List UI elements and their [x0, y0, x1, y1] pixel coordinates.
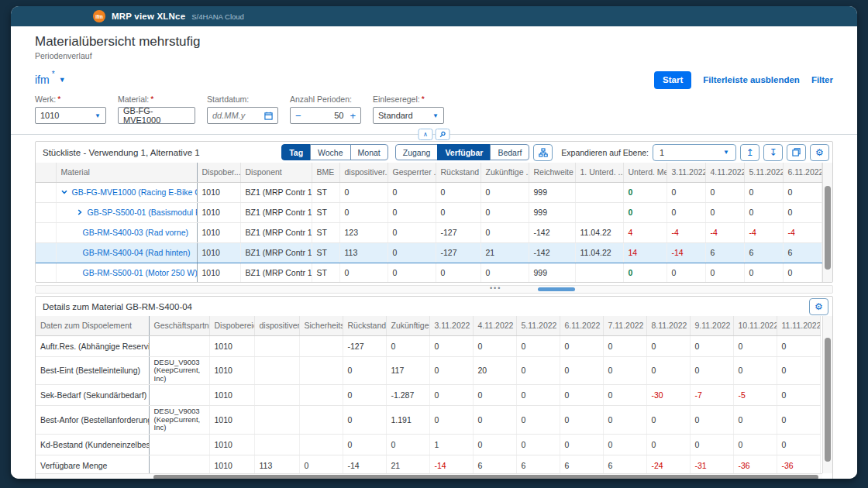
vertical-scrollbar[interactable]: [822, 163, 832, 282]
material-link[interactable]: GB-RM-S500-01 (Motor 250 W): [83, 268, 198, 277]
column-header[interactable]: [36, 163, 56, 182]
plus-icon[interactable]: +: [350, 111, 356, 121]
column-header[interactable]: Sicherheits...: [299, 316, 343, 335]
page-title: Materialübersicht mehrstufig: [35, 34, 833, 50]
bom-panel: Stückliste - Verwendung 1, Alternative 1…: [35, 141, 833, 283]
tab-zugang[interactable]: Zugang: [395, 144, 439, 160]
column-header[interactable]: 5.11.2022: [516, 316, 560, 335]
tab-woche[interactable]: Woche: [310, 144, 351, 160]
bom-table-row[interactable]: GB-RM-S400-04 (Rad hinten)1010BZ1 (MRP C…: [36, 242, 822, 263]
filter-button[interactable]: Filter: [811, 75, 833, 84]
column-header[interactable]: 8.11.2022: [646, 316, 690, 335]
column-header[interactable]: 3.11.2022: [429, 316, 473, 335]
column-header[interactable]: Rückstand: [436, 163, 480, 182]
column-header[interactable]: 7.11.2022: [603, 316, 646, 335]
column-header[interactable]: Gesperrter ...: [388, 163, 436, 182]
column-header[interactable]: 4.11.2022: [705, 163, 744, 182]
bom-table-row[interactable]: GB-SP-S500-01 (Basismodul E)1010BZ1 (MRP…: [36, 202, 822, 222]
column-header[interactable]: BME: [312, 163, 339, 182]
details-table-row[interactable]: Auftr.Res. (Abhängige Reservierung)1010-…: [36, 335, 820, 356]
horizontal-scrollbar[interactable]: [36, 473, 822, 479]
column-header[interactable]: 4.11.2022: [473, 316, 516, 335]
column-header[interactable]: Unterd. Me...: [623, 163, 666, 182]
bom-table-row[interactable]: GB-FG-MVE1000 (Racing E-Bike Carbon 23,5…: [36, 182, 822, 202]
hierarchy-icon[interactable]: [533, 144, 553, 161]
details-table-row[interactable]: Best-Anfor (Bestellanforderung)DESU_V900…: [36, 406, 820, 435]
calendar-icon[interactable]: [264, 112, 273, 120]
material-cell: GB-RM-S400-04 (Rad hinten): [56, 242, 197, 263]
bom-table-row[interactable]: GB-RM-S400-03 (Rad vorne)1010BZ1 (MRP Co…: [36, 222, 822, 242]
cell: [575, 263, 623, 283]
cell: 123: [339, 222, 388, 242]
column-header[interactable]: 1. Unterd. ...: [575, 163, 623, 182]
material-link[interactable]: GB-SP-S500-01 (Basismodul E): [88, 208, 198, 217]
expand-level-select[interactable]: 1▼: [653, 144, 736, 161]
column-header[interactable]: 9.11.2022: [690, 316, 733, 335]
werk-select[interactable]: 1010▼: [35, 107, 106, 124]
column-header[interactable]: Dispober...: [197, 163, 240, 182]
cell: 20: [473, 356, 516, 385]
settings-gear-icon[interactable]: ⚙: [809, 298, 828, 315]
splitter-handle[interactable]: •••: [35, 285, 833, 294]
settings-gear-icon[interactable]: ⚙: [810, 144, 829, 161]
column-header[interactable]: 3.11.2022: [666, 163, 705, 182]
tab-monat[interactable]: Monat: [350, 144, 388, 160]
minus-icon[interactable]: −: [295, 111, 301, 121]
column-header[interactable]: Daten zum Dispoelement: [36, 316, 149, 335]
collapse-all-icon[interactable]: ↥: [740, 144, 760, 161]
material-link[interactable]: GB-RM-S400-04 (Rad hinten): [83, 248, 191, 257]
expand-all-icon[interactable]: ↧: [763, 144, 783, 161]
details-table-row[interactable]: Kd-Bestand (Kundeneinzelbestand)10100010…: [36, 434, 820, 455]
column-header[interactable]: Disponent: [240, 163, 312, 182]
details-table-row[interactable]: Verfügbare Menge10101130-1421-146666-24-…: [36, 455, 820, 476]
details-table-row[interactable]: Sek-Bedarf (Sekundärbedarf)10100-1.28700…: [36, 385, 820, 406]
startdatum-input[interactable]: dd.MM.y: [207, 107, 278, 124]
column-header[interactable]: Zukünftige ...: [386, 316, 429, 335]
horizontal-scroll-thumb[interactable]: [538, 287, 575, 291]
page-subtitle: Periodenverlauf: [35, 51, 833, 60]
column-header[interactable]: dispositiver...: [254, 316, 299, 335]
vertical-scrollbar[interactable]: [822, 316, 832, 473]
material-input[interactable]: GB-FG-MVE1000: [118, 107, 195, 124]
pin-header-button[interactable]: [436, 129, 450, 140]
variant-selector[interactable]: ifm *: [35, 74, 50, 86]
bom-table-row[interactable]: GB-RM-S500-01 (Motor 250 W)1010BZ1 (MRP …: [36, 263, 822, 283]
chevron-down-icon[interactable]: [60, 188, 68, 196]
material-link[interactable]: GB-RM-S400-03 (Rad vorne): [83, 228, 189, 237]
column-header[interactable]: 11.11.2022: [777, 316, 820, 335]
column-header[interactable]: 5.11.2022: [744, 163, 783, 182]
column-header[interactable]: Material: [56, 163, 197, 182]
column-header[interactable]: Rückstand: [343, 316, 386, 335]
column-header[interactable]: Zukünftige ...: [480, 163, 529, 182]
cell: 0: [343, 434, 386, 455]
tab-verfuegbar[interactable]: Verfügbar: [437, 144, 491, 160]
chevron-right-icon[interactable]: [76, 208, 84, 216]
collapse-header-button[interactable]: ∧: [418, 129, 433, 140]
column-header[interactable]: Dispobereich: [209, 316, 254, 335]
column-header[interactable]: Reichweite: [529, 163, 575, 182]
cell: 0: [733, 434, 777, 455]
perioden-stepper[interactable]: − 50 +: [290, 107, 361, 124]
cell: 113: [339, 242, 388, 263]
cell: 0: [339, 182, 388, 202]
start-button[interactable]: Start: [654, 71, 691, 89]
column-header[interactable]: 6.11.2022: [560, 316, 603, 335]
einleseregel-select[interactable]: Standard▼: [373, 107, 444, 124]
material-link[interactable]: GB-FG-MVE1000 (Racing E-Bike Carbon 23,5…: [72, 187, 198, 197]
copy-icon[interactable]: [787, 144, 806, 161]
tab-bedarf[interactable]: Bedarf: [490, 144, 529, 160]
details-table-row[interactable]: Best-Eint (Bestelleinteilung)DESU_V9003 …: [36, 356, 820, 385]
tab-tag[interactable]: Tag: [281, 144, 311, 160]
chevron-down-icon[interactable]: ▼: [59, 76, 66, 84]
row-label-cell: Sek-Bedarf (Sekundärbedarf): [36, 385, 149, 406]
column-header[interactable]: Geschäftspartner: [149, 316, 209, 335]
column-header[interactable]: dispositiver...: [339, 163, 388, 182]
material-cell: GB-RM-S400-03 (Rad vorne): [56, 222, 197, 242]
column-header[interactable]: 6.11.2022: [783, 163, 822, 182]
cell: 0: [777, 356, 820, 385]
hide-filterbar-button[interactable]: Filterleiste ausblenden: [703, 75, 800, 84]
cell: [149, 385, 209, 406]
cell: 1010: [197, 222, 240, 242]
app-window: ifm MRP view XLNce S/4HANA Cloud Materia…: [11, 6, 857, 479]
column-header[interactable]: 10.11.2022: [733, 316, 777, 335]
